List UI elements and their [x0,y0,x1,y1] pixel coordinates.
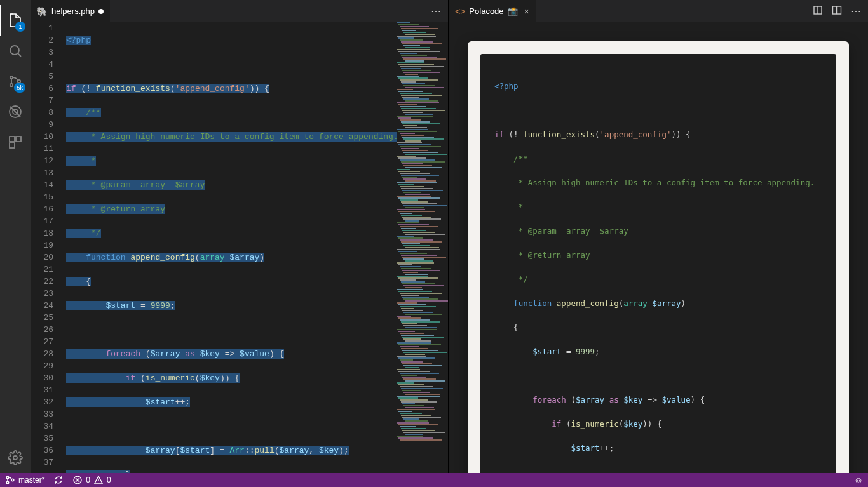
svg-rect-7 [16,137,21,142]
tab-polacode[interactable]: <> Polacode 📸 × [449,0,536,22]
status-bar: master* 0 0 ☺ [0,473,868,487]
svg-point-14 [6,476,9,479]
close-icon[interactable]: × [524,6,529,17]
svg-rect-8 [10,143,15,148]
extensions-icon[interactable] [0,127,31,157]
php-file-icon: 🐘 [37,6,48,17]
explorer-badge: 1 [15,22,25,32]
polacode-camera-icon: 📸 [508,6,518,16]
svg-rect-11 [833,6,837,14]
svg-point-1 [10,76,13,79]
settings-gear-icon[interactable] [0,443,31,473]
polacode-panel: <> Polacode 📸 × ⋯ <?php if (! function_e… [449,0,868,473]
debug-icon[interactable] [0,97,31,127]
svg-point-9 [13,456,17,460]
status-sync[interactable] [53,475,64,485]
polacode-tabs: <> Polacode 📸 × ⋯ [449,0,868,22]
minimap[interactable]: /*minimap drawn below*/ [397,22,448,473]
tab-label: helpers.php [51,6,95,16]
scm-badge: 5k [14,83,25,93]
explorer-icon[interactable]: 1 [0,5,31,36]
more-actions-icon[interactable]: ⋯ [431,5,442,17]
split-editor-icon[interactable] [832,5,842,17]
status-problems[interactable]: 0 0 [72,475,111,485]
polacode-title: Polacode [469,6,503,16]
status-branch[interactable]: master* [5,475,44,485]
source-control-icon[interactable]: 5k [0,66,31,97]
open-side-icon[interactable] [813,5,823,17]
search-icon[interactable] [0,36,31,66]
polacode-code-preview: <?php if (! function_exists('append_conf… [480,54,836,473]
code-lines[interactable]: <?php if (! function_exists('append_conf… [66,22,397,473]
activity-bar: 1 5k [0,0,31,473]
modified-dot-icon [98,9,104,14]
line-gutter: 1234567891011121314151617181920212223242… [31,22,66,473]
svg-point-15 [6,481,9,484]
code-editor[interactable]: 1234567891011121314151617181920212223242… [31,22,448,473]
code-brackets-icon: <> [455,6,465,17]
editor-group: 🐘 helpers.php ⋯ 123456789101112131415161… [31,0,449,473]
svg-rect-6 [10,137,15,142]
svg-point-2 [10,84,13,86]
svg-rect-12 [837,6,841,14]
tab-helpers-php[interactable]: 🐘 helpers.php [31,0,111,22]
polacode-frame: <?php if (! function_exists('append_conf… [468,41,849,473]
svg-point-16 [11,479,14,481]
status-feedback-icon[interactable]: ☺ [854,475,863,485]
svg-point-0 [10,46,19,55]
tabs-row: 🐘 helpers.php ⋯ [31,0,448,22]
more-actions-icon[interactable]: ⋯ [851,5,862,17]
